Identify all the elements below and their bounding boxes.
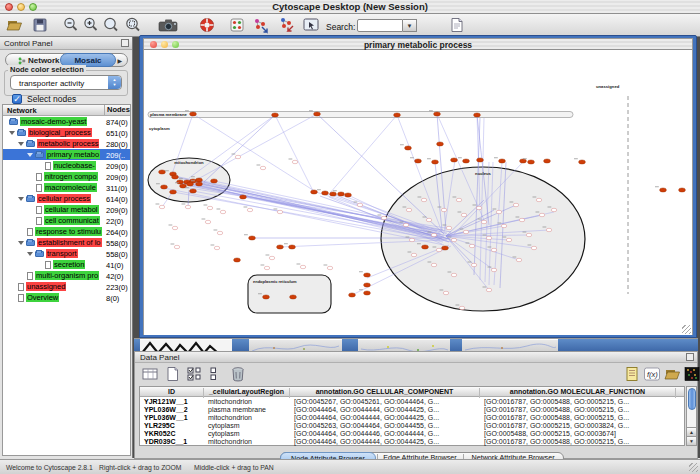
graph-node-selected[interactable] — [314, 112, 321, 116]
graph-node-selected[interactable] — [442, 246, 449, 250]
graph-node[interactable] — [519, 218, 525, 221]
graph-node[interactable] — [235, 155, 241, 158]
graph-node-selected[interactable] — [263, 295, 270, 299]
advanced-search-icon[interactable] — [448, 16, 466, 34]
graph-node-selected[interactable] — [159, 170, 166, 174]
graph-node[interactable] — [260, 166, 266, 169]
graph-node[interactable] — [220, 210, 226, 213]
network-canvas[interactable]: plasma membrane cytoplasm mitochondrion … — [143, 50, 693, 335]
preferences-icon[interactable] — [228, 16, 246, 34]
graph-node[interactable] — [431, 233, 437, 236]
select-nodes-checkbox[interactable]: ✓ — [12, 94, 22, 104]
graph-node[interactable] — [546, 228, 552, 231]
delete-attribute-icon[interactable] — [229, 366, 247, 382]
graph-node[interactable] — [207, 206, 213, 209]
expand-arrow[interactable] — [18, 197, 24, 201]
graph-node-selected[interactable] — [679, 188, 686, 192]
table-row[interactable]: YLR295Ccytoplasm[GO:0045263, GO:0044464,… — [140, 422, 684, 430]
graph-node-selected[interactable] — [364, 273, 371, 277]
graph-node[interactable] — [463, 230, 469, 233]
graph-node-selected[interactable] — [272, 113, 279, 117]
graph-node[interactable] — [456, 198, 462, 201]
float-icon[interactable] — [686, 353, 694, 361]
column-header[interactable]: _cellularLayoutRegion — [204, 388, 290, 398]
graph-node-selected[interactable] — [432, 160, 439, 164]
graph-node-selected[interactable] — [422, 245, 429, 249]
new-attribute-icon[interactable] — [163, 366, 181, 382]
graph-node-selected[interactable] — [528, 160, 535, 164]
table-row[interactable]: YPL036W__1mitochondrion[GO:0044464, GO:0… — [140, 414, 684, 422]
graph-node-selected[interactable] — [451, 158, 458, 162]
resize-grip[interactable] — [682, 325, 691, 334]
graph-node-selected[interactable] — [311, 190, 318, 194]
graph-node[interactable] — [536, 198, 542, 201]
graph-node-selected[interactable] — [338, 192, 345, 196]
expand-arrow[interactable] — [27, 153, 33, 157]
column-header[interactable]: annotation.GO CELLULAR_COMPONENT — [290, 388, 480, 398]
expand-arrow[interactable] — [18, 142, 24, 146]
graph-node[interactable] — [451, 273, 457, 276]
graph-node[interactable] — [526, 233, 532, 236]
expand-arrow[interactable] — [9, 131, 15, 135]
create-network-icon[interactable] — [278, 16, 296, 34]
graph-node-selected[interactable] — [544, 159, 551, 163]
graph-node[interactable] — [451, 238, 457, 241]
graph-node-selected[interactable] — [249, 236, 256, 240]
graph-node[interactable] — [277, 210, 283, 213]
graph-node[interactable] — [459, 306, 465, 309]
graph-node-selected[interactable] — [234, 258, 241, 262]
table-row[interactable]: YPL036W__2plasma membrane[GO:0044464, GO… — [140, 406, 684, 414]
graph-node[interactable] — [491, 248, 497, 251]
tree-row-cell-communicat[interactable]: cell communicat22(0) — [3, 215, 130, 226]
graph-node[interactable] — [446, 226, 452, 229]
tree-row-cellular-process[interactable]: cellular process614(0) — [3, 193, 130, 204]
graph-node-selected[interactable] — [345, 193, 352, 197]
scrollbar-thumb[interactable] — [688, 388, 696, 410]
node-color-dropdown[interactable]: transporter activity ▲▼ — [10, 75, 122, 90]
graph-node[interactable] — [431, 263, 437, 266]
help-ring-icon[interactable] — [198, 16, 216, 34]
table-row[interactable]: YJR121W__1mitochondrion[GO:0045267, GO:0… — [140, 398, 684, 406]
graph-node[interactable] — [300, 265, 306, 268]
data-panel-header[interactable]: Data Panel — [135, 352, 697, 363]
graph-node[interactable] — [481, 220, 487, 223]
attribute-table-header[interactable]: ID_cellularLayoutRegionannotation.GO CEL… — [140, 387, 684, 397]
graph-node[interactable] — [421, 198, 427, 201]
tree-row-biological-process[interactable]: biological_process651(0) — [3, 127, 130, 138]
graph-node[interactable] — [174, 245, 180, 248]
table-row[interactable]: YDR039C__1mitochondrion[GO:0044464, GO:0… — [140, 438, 684, 446]
graph-node-selected[interactable] — [349, 293, 356, 297]
graph-node[interactable] — [411, 253, 417, 256]
graph-node-selected[interactable] — [161, 185, 168, 189]
graph-node[interactable] — [501, 224, 507, 227]
tree-row-transport[interactable]: transport558(0) — [3, 248, 130, 259]
graph-node[interactable] — [551, 208, 557, 211]
graph-node-selected[interactable] — [394, 113, 401, 117]
graph-node-selected[interactable] — [364, 283, 371, 287]
graph-node-selected[interactable] — [187, 182, 194, 186]
graph-node-selected[interactable] — [437, 142, 444, 146]
tree-row-response-to-stimulu[interactable]: response to stimulu264(0) — [3, 226, 130, 237]
zoom-fit-icon[interactable] — [102, 16, 120, 34]
graph-node[interactable] — [217, 231, 223, 234]
graph-node-selected[interactable] — [364, 291, 371, 295]
search-input[interactable] — [357, 19, 403, 32]
graph-node[interactable] — [441, 208, 447, 211]
graph-node-selected[interactable] — [289, 245, 296, 249]
graph-node[interactable] — [269, 256, 275, 259]
graph-node-selected[interactable] — [177, 180, 184, 184]
open-folder-icon[interactable] — [5, 16, 23, 34]
tree-row-overview[interactable]: Overview8(0) — [3, 292, 130, 303]
graph-node-selected[interactable] — [477, 158, 484, 162]
graph-node[interactable] — [436, 248, 442, 251]
scroll-up-button[interactable]: ▲ — [687, 427, 696, 436]
graph-node[interactable] — [491, 268, 497, 271]
graph-node-selected[interactable] — [660, 188, 667, 192]
graph-node[interactable] — [159, 205, 165, 208]
tree-row-establishment-of-lo[interactable]: establishment of lo558(0) — [3, 237, 130, 248]
graph-node[interactable] — [264, 266, 270, 269]
graph-node-selected[interactable] — [330, 192, 337, 196]
tree-row-primary-metabo[interactable]: primary metabo209(.. — [3, 149, 130, 160]
tree-row-macromolecule[interactable]: macromolecule311(0) — [3, 182, 130, 193]
graph-node[interactable] — [513, 203, 519, 206]
